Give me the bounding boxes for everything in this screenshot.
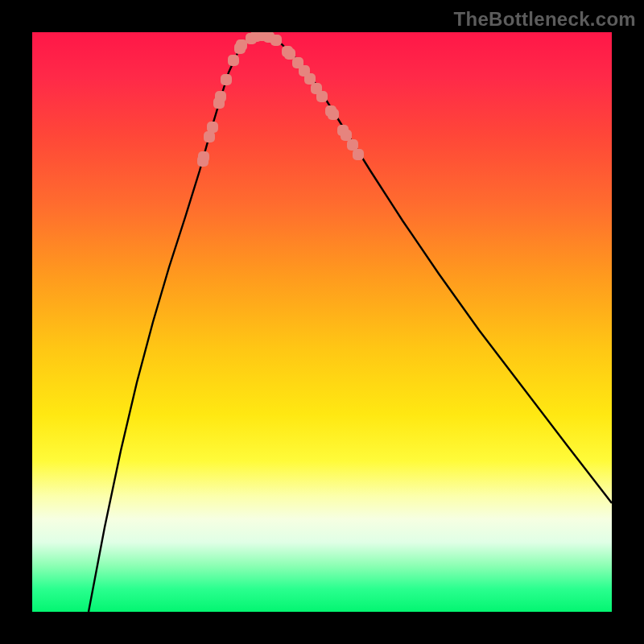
data-point (341, 130, 352, 141)
data-point (221, 74, 232, 85)
data-point (198, 151, 209, 163)
data-point (207, 122, 218, 133)
data-point (270, 35, 282, 46)
data-point (228, 55, 239, 66)
chart-points (197, 32, 364, 167)
data-point (328, 109, 339, 120)
data-point (236, 39, 247, 51)
data-point (284, 48, 295, 60)
chart-curve (89, 35, 612, 612)
chart-overlay (32, 32, 612, 612)
watermark-text: TheBottleneck.com (454, 8, 636, 31)
data-point (304, 73, 316, 85)
chart-area (32, 32, 612, 612)
data-point (316, 91, 328, 102)
data-point (347, 139, 358, 151)
data-point (204, 131, 215, 142)
data-point (215, 91, 226, 102)
data-point (353, 149, 364, 160)
